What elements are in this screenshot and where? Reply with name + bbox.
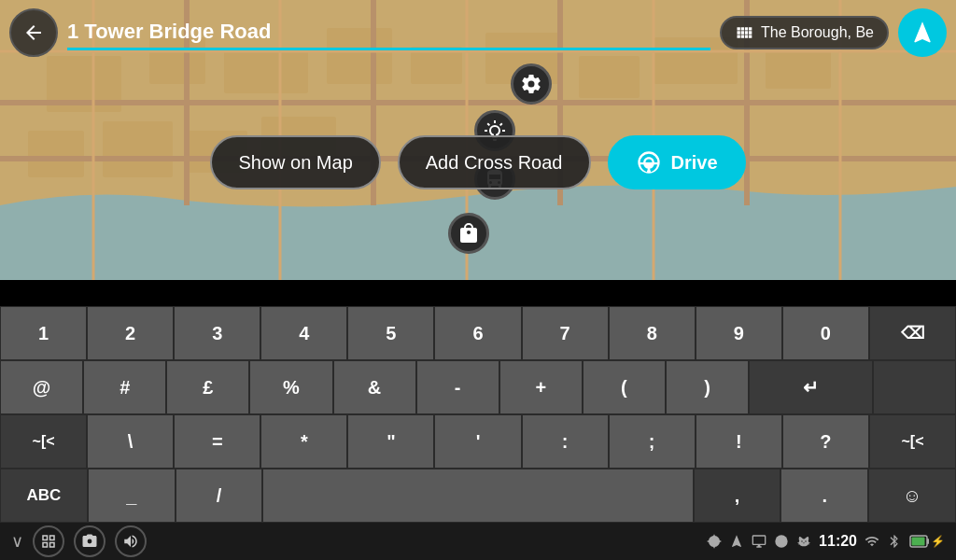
key-asterisk[interactable]: * xyxy=(260,414,347,469)
key-minus[interactable]: - xyxy=(416,360,499,414)
key-period[interactable]: . xyxy=(780,469,868,523)
key-at[interactable]: @ xyxy=(0,360,83,414)
svg-rect-28 xyxy=(927,539,929,544)
key-4[interactable]: 4 xyxy=(260,306,347,360)
key-ampersand[interactable]: & xyxy=(333,360,416,414)
drive-button[interactable]: Drive xyxy=(608,135,746,189)
key-apostrophe[interactable]: ' xyxy=(434,414,521,469)
keyboard-row-symbols: @ # £ % & - + ( ) ↵ xyxy=(0,360,956,414)
steering-wheel-icon xyxy=(636,149,662,175)
key-emoji[interactable]: ☺ xyxy=(868,469,956,523)
navigate-button[interactable] xyxy=(898,8,947,57)
top-bar: The Borough, Be xyxy=(0,0,956,65)
key-space[interactable] xyxy=(262,469,693,523)
time-display: 11:20 xyxy=(819,533,857,550)
nav-arrow-icon xyxy=(729,534,744,549)
key-underscore[interactable]: _ xyxy=(88,469,176,523)
key-equals[interactable]: = xyxy=(174,414,260,469)
action-buttons: Show on Map Add Cross Road Drive xyxy=(0,135,956,189)
location-icon xyxy=(735,23,753,42)
wifi-icon xyxy=(865,534,879,549)
map-pin-camera xyxy=(511,63,552,105)
screen-icon xyxy=(752,534,766,549)
key-0[interactable]: 0 xyxy=(782,306,869,360)
key-abc[interactable]: ABC xyxy=(0,469,88,523)
battery-indicator-icon: ⚡ xyxy=(931,535,945,548)
key-question[interactable]: ? xyxy=(782,414,869,469)
drive-label: Drive xyxy=(671,152,718,174)
status-bar: ∨ xyxy=(0,523,956,560)
apps-icon xyxy=(40,533,57,550)
key-close-paren[interactable]: ) xyxy=(666,360,749,414)
volume-button[interactable] xyxy=(115,525,147,557)
svg-rect-27 xyxy=(912,538,925,546)
key-hash[interactable]: # xyxy=(83,360,166,414)
location-pill[interactable]: The Borough, Be xyxy=(720,16,889,49)
keyboard: 1 2 3 4 5 6 7 8 9 0 ⌫ @ # £ % & - + ( ) … xyxy=(0,306,956,523)
location-text: The Borough, Be xyxy=(761,24,874,41)
back-button[interactable] xyxy=(9,8,58,57)
key-open-paren[interactable]: ( xyxy=(583,360,666,414)
show-on-map-button[interactable]: Show on Map xyxy=(210,135,380,189)
battery-icon xyxy=(909,535,930,548)
status-right: 11:20 ⚡ xyxy=(707,533,945,550)
add-cross-road-button[interactable]: Add Cross Road xyxy=(398,135,591,189)
camera-icon xyxy=(81,533,98,550)
volume-icon xyxy=(122,533,139,550)
keyboard-row-special: ~[< \ = * " ' : ; ! ? ~[< xyxy=(0,414,956,469)
key-tilde-bracket2[interactable]: ~[< xyxy=(869,414,956,469)
key-3[interactable]: 3 xyxy=(174,306,260,360)
key-slash[interactable]: / xyxy=(176,469,263,523)
key-2[interactable]: 2 xyxy=(87,306,174,360)
key-9[interactable]: 9 xyxy=(696,306,782,360)
map-pin-shopping xyxy=(448,213,489,254)
gps-status-icon xyxy=(707,534,722,549)
key-colon[interactable]: : xyxy=(522,414,609,469)
key-backspace[interactable]: ⌫ xyxy=(869,306,956,360)
camera-button[interactable] xyxy=(74,525,105,557)
address-bar xyxy=(67,16,710,50)
circle-icon xyxy=(774,534,789,549)
key-percent[interactable]: % xyxy=(249,360,332,414)
keyboard-row-numbers: 1 2 3 4 5 6 7 8 9 0 ⌫ xyxy=(0,306,956,360)
key-empty1 xyxy=(873,360,956,414)
key-backslash[interactable]: \ xyxy=(87,414,174,469)
key-6[interactable]: 6 xyxy=(434,306,521,360)
key-7[interactable]: 7 xyxy=(522,306,609,360)
key-enter[interactable]: ↵ xyxy=(749,360,873,414)
cat-icon xyxy=(796,534,811,549)
battery-indicator: ⚡ xyxy=(909,535,945,548)
chevron-down-icon[interactable]: ∨ xyxy=(11,531,23,552)
address-input[interactable] xyxy=(67,16,710,50)
key-exclaim[interactable]: ! xyxy=(696,414,782,469)
key-quote[interactable]: " xyxy=(347,414,434,469)
key-plus[interactable]: + xyxy=(499,360,583,414)
keyboard-row-bottom: ABC _ / , . ☺ xyxy=(0,469,956,523)
key-1[interactable]: 1 xyxy=(0,306,87,360)
key-8[interactable]: 8 xyxy=(609,306,696,360)
status-left: ∨ xyxy=(11,525,147,557)
key-semicolon[interactable]: ; xyxy=(609,414,696,469)
key-pound[interactable]: £ xyxy=(166,360,249,414)
apps-button[interactable] xyxy=(33,525,64,557)
key-comma[interactable]: , xyxy=(694,469,781,523)
key-tilde-bracket[interactable]: ~[< xyxy=(0,414,87,469)
key-5[interactable]: 5 xyxy=(347,306,434,360)
bluetooth-icon xyxy=(887,534,902,549)
